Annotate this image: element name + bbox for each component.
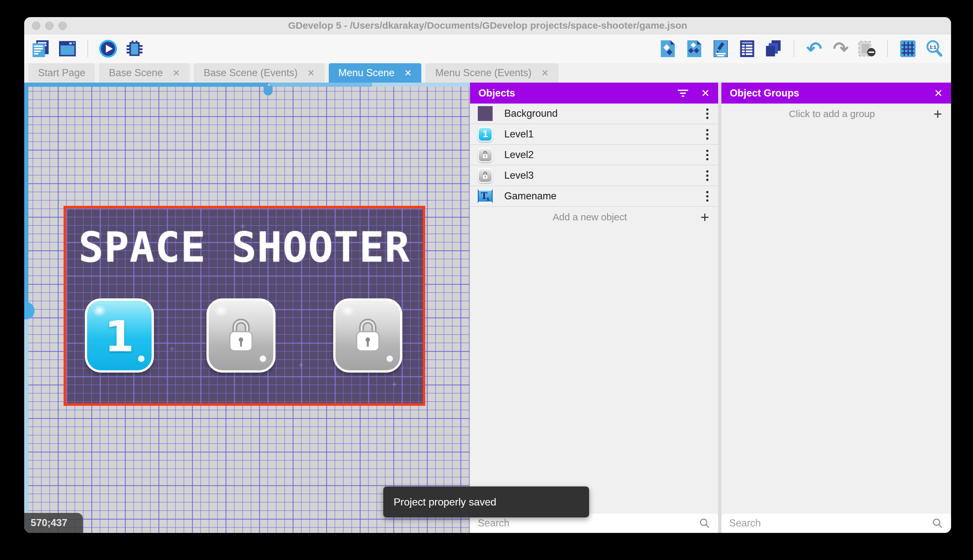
tab-start-page[interactable]: Start Page xyxy=(28,63,95,83)
toolbar-right: ↶ ↷ xyxy=(659,40,943,58)
object-groups-empty-area xyxy=(721,124,951,513)
toolbar-separator xyxy=(887,40,888,57)
lock-icon xyxy=(482,171,489,180)
lock-icon xyxy=(225,316,257,353)
object-groups-panel-header: Object Groups ✕ xyxy=(721,83,951,103)
scene-canvas[interactable]: SPACE SHOOTER + + + + + + 1 xyxy=(24,83,470,533)
tab-bar: Start Page Base Scene ✕ Base Scene (Even… xyxy=(24,63,951,83)
add-new-object-button[interactable]: Add a new object + xyxy=(470,207,718,227)
lock-icon xyxy=(482,150,489,159)
toolbar-separator xyxy=(87,40,88,57)
toolbar: ↶ ↷ xyxy=(24,34,951,63)
toolbar-left xyxy=(32,40,143,58)
titlebar: GDevelop 5 - /Users/dkarakay/Documents/G… xyxy=(24,17,951,34)
vertical-scrollbar-thumb[interactable] xyxy=(24,302,35,319)
object-groups-search-bar xyxy=(721,513,951,533)
object-row-level2[interactable]: Level2 xyxy=(470,145,718,165)
level3-button-instance[interactable] xyxy=(333,298,402,373)
text-object-thumbnail: T x xyxy=(478,189,493,203)
zoom-original-icon[interactable]: 1:1 xyxy=(925,40,943,58)
objects-panel-close-icon[interactable]: ✕ xyxy=(701,87,710,99)
grid-icon[interactable] xyxy=(899,40,917,58)
sparkle: + xyxy=(392,379,397,389)
object-row-level1[interactable]: 1 Level1 xyxy=(470,124,718,145)
project-manager-icon[interactable] xyxy=(32,40,50,58)
add-group-button[interactable]: Click to add a group + xyxy=(721,103,951,124)
level1-button-instance[interactable]: 1 xyxy=(85,298,154,373)
traffic-lights xyxy=(32,22,67,30)
toolbar-separator xyxy=(794,40,794,57)
object-groups-panel-close-icon[interactable]: ✕ xyxy=(934,87,943,99)
close-window-button[interactable] xyxy=(32,22,40,30)
tab-close-icon[interactable]: ✕ xyxy=(173,68,180,78)
kebab-menu-icon[interactable] xyxy=(704,148,710,162)
toggle-mask-icon[interactable] xyxy=(858,40,876,58)
object-row-level3[interactable]: Level3 xyxy=(470,165,718,186)
kebab-menu-icon[interactable] xyxy=(704,168,710,183)
object-row-gamename[interactable]: T x Gamename xyxy=(470,186,718,207)
kebab-menu-icon[interactable] xyxy=(704,189,710,203)
kebab-menu-icon[interactable] xyxy=(704,107,710,121)
object-row-background[interactable]: Background xyxy=(470,103,718,124)
background-thumbnail xyxy=(478,106,493,121)
sparkle: + xyxy=(105,237,110,247)
tab-close-icon[interactable]: ✕ xyxy=(307,68,315,78)
objects-panel-title: Objects xyxy=(478,87,677,99)
selected-scene-background[interactable]: SPACE SHOOTER + + + + + + 1 xyxy=(63,206,425,406)
objects-panel: Objects ✕ Background 1 xyxy=(470,83,718,533)
tab-base-scene[interactable]: Base Scene ✕ xyxy=(99,63,190,83)
object-groups-panel-title: Object Groups xyxy=(730,87,934,99)
search-icon xyxy=(932,517,943,529)
objects-panel-icon[interactable] xyxy=(659,40,677,58)
properties-panel-icon[interactable] xyxy=(712,40,730,58)
panel-divider[interactable] xyxy=(718,83,721,533)
plus-icon: + xyxy=(933,107,942,121)
level2-button-instance[interactable] xyxy=(207,298,275,373)
zoom-label: 1:1 xyxy=(930,45,936,50)
sparkle: + xyxy=(169,344,174,354)
tab-close-icon[interactable]: ✕ xyxy=(404,68,412,78)
tab-menu-scene-events[interactable]: Menu Scene (Events) ✕ xyxy=(425,63,558,83)
gdevelop-window: GDevelop 5 - /Users/dkarakay/Documents/G… xyxy=(24,17,951,533)
main-content: SPACE SHOOTER + + + + + + 1 xyxy=(24,83,951,533)
plus-icon: + xyxy=(700,210,709,225)
tab-menu-scene[interactable]: Menu Scene ✕ xyxy=(329,63,422,83)
scene-editor-icon[interactable] xyxy=(58,40,77,58)
cursor-coordinates: 570;437 xyxy=(24,513,83,533)
debug-icon[interactable] xyxy=(125,40,143,58)
object-groups-panel: Object Groups ✕ Click to add a group + xyxy=(721,83,951,533)
level2-thumbnail xyxy=(478,147,493,162)
save-toast: Project properly saved xyxy=(383,487,589,517)
sparkle: + xyxy=(366,247,371,257)
maximize-window-button[interactable] xyxy=(58,22,67,30)
filter-icon[interactable] xyxy=(677,88,689,98)
level1-thumbnail: 1 xyxy=(478,127,493,142)
horizontal-scrollbar[interactable] xyxy=(24,83,470,87)
sparkle: + xyxy=(298,360,303,370)
horizontal-scrollbar-thumb[interactable] xyxy=(263,86,273,95)
svg-text:x: x xyxy=(486,195,490,202)
tab-close-icon[interactable]: ✕ xyxy=(541,68,548,78)
undo-icon[interactable]: ↶ xyxy=(805,40,823,58)
minimize-window-button[interactable] xyxy=(45,22,53,30)
level3-thumbnail xyxy=(478,168,493,183)
window-title: GDevelop 5 - /Users/dkarakay/Documents/G… xyxy=(288,20,687,31)
objects-search-input[interactable] xyxy=(478,517,699,529)
objects-panel-header: Objects ✕ xyxy=(470,83,718,103)
objects-panel-empty-area xyxy=(470,227,718,513)
redo-icon[interactable]: ↷ xyxy=(832,40,850,58)
sparkle: + xyxy=(240,221,245,231)
search-icon xyxy=(699,517,710,529)
object-groups-panel-icon[interactable] xyxy=(685,40,703,58)
lock-icon xyxy=(352,316,383,353)
play-preview-icon[interactable] xyxy=(99,40,117,58)
tab-base-scene-events[interactable]: Base Scene (Events) ✕ xyxy=(194,63,325,83)
object-groups-search-input[interactable] xyxy=(729,517,932,529)
layers-panel-icon[interactable] xyxy=(765,40,783,58)
kebab-menu-icon[interactable] xyxy=(704,127,710,142)
instances-list-icon[interactable] xyxy=(738,40,756,58)
